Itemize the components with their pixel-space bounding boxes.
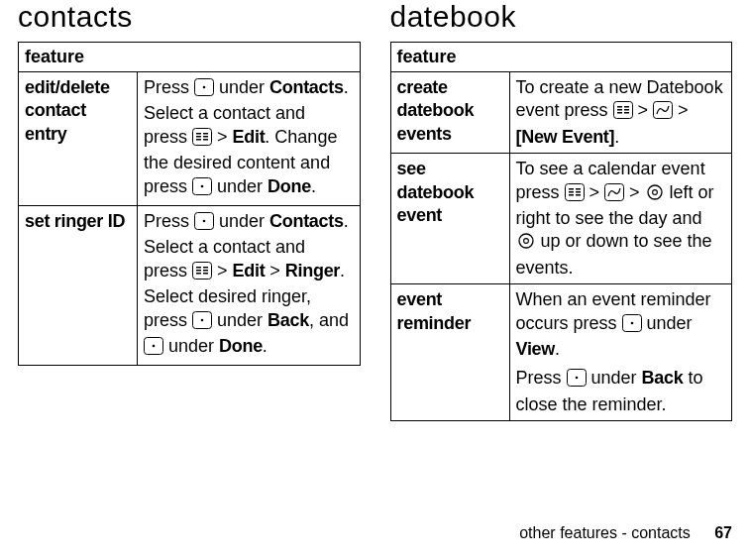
table-row: event reminder When an event reminder oc… <box>390 284 732 421</box>
feature-desc: Press under Contacts. Select a contact a… <box>138 205 361 365</box>
svg-rect-29 <box>624 109 629 111</box>
svg-rect-16 <box>196 273 201 275</box>
feature-desc: Press under Contacts. Select a contact a… <box>138 72 361 206</box>
svg-rect-17 <box>203 267 208 269</box>
table-row: create datebook events To create a new D… <box>390 72 732 154</box>
menu-key-icon <box>565 183 585 207</box>
feature-desc: To see a calendar event press > > left o… <box>509 154 732 284</box>
svg-rect-24 <box>613 102 632 119</box>
svg-rect-36 <box>576 188 581 190</box>
svg-point-41 <box>652 189 657 194</box>
datebook-column: datebook feature create datebook events … <box>390 0 733 421</box>
feature-name: set ringer ID <box>19 205 138 365</box>
table-row: see datebook event To see a calendar eve… <box>390 154 732 284</box>
svg-point-10 <box>201 184 204 187</box>
svg-point-42 <box>519 234 533 248</box>
svg-point-40 <box>648 185 662 199</box>
svg-rect-26 <box>617 109 622 111</box>
table-row: edit/delete contact entry Press under Co… <box>19 72 361 206</box>
feature-name: see datebook event <box>390 154 509 284</box>
svg-rect-18 <box>203 270 208 272</box>
contacts-header: feature <box>19 43 361 72</box>
svg-rect-30 <box>624 112 629 114</box>
contacts-column: contacts feature edit/delete contact ent… <box>18 0 361 421</box>
datebook-key-icon <box>653 101 673 125</box>
softkey-dot-icon <box>567 369 587 392</box>
feature-name: edit/delete contact entry <box>19 72 138 206</box>
svg-rect-37 <box>576 191 581 193</box>
nav-ring-icon <box>516 232 536 256</box>
menu-key-icon <box>192 262 212 285</box>
svg-point-12 <box>203 220 206 223</box>
contacts-title: contacts <box>18 0 361 34</box>
nav-ring-icon <box>645 183 665 207</box>
softkey-dot-icon <box>144 337 163 361</box>
feature-name: create datebook events <box>390 72 509 154</box>
footer-text: other features - contacts <box>519 524 691 541</box>
svg-point-47 <box>575 377 578 380</box>
svg-rect-13 <box>193 262 212 279</box>
softkey-dot-icon <box>192 311 212 335</box>
svg-rect-4 <box>196 136 201 138</box>
menu-key-icon <box>192 128 212 152</box>
datebook-header: feature <box>390 43 732 72</box>
feature-name: event reminder <box>390 284 509 421</box>
menu-key-icon <box>613 101 633 125</box>
softkey-dot-icon <box>622 314 642 338</box>
svg-rect-5 <box>196 139 201 141</box>
svg-rect-14 <box>196 267 201 269</box>
svg-point-23 <box>153 345 156 348</box>
svg-rect-15 <box>196 270 201 272</box>
svg-rect-28 <box>624 106 629 108</box>
svg-point-43 <box>523 239 528 244</box>
svg-rect-6 <box>203 133 208 135</box>
feature-desc: When an event reminder occurs press unde… <box>509 284 732 421</box>
svg-rect-3 <box>196 133 201 135</box>
svg-rect-2 <box>193 128 212 145</box>
softkey-dot-icon <box>194 212 214 236</box>
softkey-dot-icon <box>192 177 212 201</box>
contacts-table: feature edit/delete contact entry Press … <box>18 42 361 366</box>
table-row: set ringer ID Press under Contacts. Sele… <box>19 205 361 365</box>
svg-rect-32 <box>565 183 584 200</box>
feature-desc: To create a new Datebook event press > >… <box>509 72 732 154</box>
svg-rect-8 <box>203 139 208 141</box>
svg-rect-38 <box>576 194 581 196</box>
svg-rect-27 <box>617 112 622 114</box>
svg-point-21 <box>201 318 204 321</box>
svg-rect-25 <box>617 106 622 108</box>
page-footer: other features - contacts 67 <box>519 524 732 542</box>
svg-point-1 <box>203 86 206 89</box>
datebook-title: datebook <box>390 0 733 34</box>
svg-rect-19 <box>203 273 208 275</box>
datebook-key-icon <box>604 183 624 207</box>
datebook-table: feature create datebook events To create… <box>390 42 733 421</box>
svg-rect-35 <box>569 194 574 196</box>
svg-rect-34 <box>569 191 574 193</box>
svg-point-45 <box>630 321 633 324</box>
svg-rect-33 <box>569 188 574 190</box>
page-number: 67 <box>714 524 732 541</box>
svg-rect-7 <box>203 136 208 138</box>
softkey-dot-icon <box>194 78 214 102</box>
